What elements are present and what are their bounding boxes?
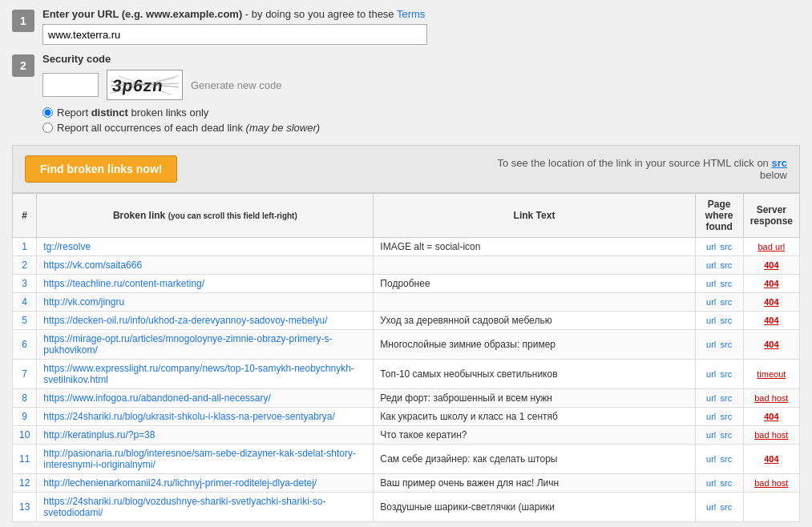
row-num-link[interactable]: 13	[19, 501, 30, 513]
row-url-link[interactable]: https://teachline.ru/content-marketing/	[43, 278, 204, 289]
row-url-cell: https://mirage-opt.ru/articles/mnogoloyn…	[37, 330, 374, 360]
row-server-link[interactable]: 404	[764, 412, 778, 421]
row-server-link[interactable]: bad host	[754, 478, 788, 488]
row-num-link[interactable]: 4	[22, 296, 27, 308]
row-page-url-link[interactable]: url	[706, 454, 716, 464]
row-num-link[interactable]: 7	[22, 368, 27, 380]
row-page-url-link[interactable]: url	[706, 393, 716, 403]
row-num-link[interactable]: 3	[22, 278, 27, 289]
hint-text: To see the location of the link in your …	[497, 157, 787, 181]
row-url-link[interactable]: https://decken-oil.ru/info/ukhod-za-dere…	[43, 315, 327, 326]
row-url-link[interactable]: https://mirage-opt.ru/articles/mnogoloyn…	[43, 333, 332, 356]
radio-slower-note: (may be slower)	[246, 122, 320, 134]
row-page-cell: url src	[695, 275, 743, 293]
row-page-url-link[interactable]: url	[706, 478, 716, 488]
row-url-cell: https://teachline.ru/content-marketing/	[37, 275, 374, 293]
row-page-src-link[interactable]: src	[721, 297, 733, 307]
row-page-url-link[interactable]: url	[706, 369, 716, 379]
row-url-link[interactable]: https://vk.com/saita666	[43, 259, 142, 271]
row-server-link[interactable]: 404	[764, 260, 778, 270]
row-num-link[interactable]: 11	[19, 453, 30, 465]
url-input[interactable]	[42, 24, 427, 45]
table-row: 9https://24shariki.ru/blog/ukrasit-shkol…	[13, 408, 800, 426]
row-page-cell: url src	[695, 408, 743, 426]
table-row: 12http://lechenienarkomanii24.ru/lichnyj…	[13, 474, 800, 493]
row-page-src-link[interactable]: src	[721, 369, 733, 379]
radio-all[interactable]	[42, 123, 53, 133]
row-page-src-link[interactable]: src	[721, 502, 733, 512]
row-url-link[interactable]: http://pasionaria.ru/blog/interesnoe/sam…	[43, 448, 356, 470]
row-page-src-link[interactable]: src	[721, 340, 733, 349]
row-url-link[interactable]: https://www.infogoa.ru/abandoned-and-all…	[43, 392, 271, 404]
row-url-cell: http://keratinplus.ru/?p=38	[37, 426, 374, 445]
radio-distinct-label[interactable]: Report distinct broken links only	[57, 107, 208, 119]
row-page-src-link[interactable]: src	[721, 430, 733, 440]
row-num-link[interactable]: 8	[22, 392, 27, 404]
row-url-link[interactable]: https://24shariki.ru/blog/vozdushnye-sha…	[43, 496, 325, 518]
row-page-src-link[interactable]: src	[721, 393, 733, 403]
row-num-link[interactable]: 6	[22, 339, 27, 350]
row-server-link[interactable]: timeout	[757, 369, 786, 379]
row-num-link[interactable]: 10	[19, 429, 30, 441]
row-page-url-link[interactable]: url	[706, 430, 716, 440]
row-server-link[interactable]: bad host	[754, 430, 788, 440]
terms-link[interactable]: Terms	[397, 8, 425, 20]
row-page-cell: url src	[695, 238, 743, 256]
row-page-src-link[interactable]: src	[721, 260, 733, 270]
row-url-link[interactable]: http://lechenienarkomanii24.ru/lichnyj-p…	[43, 477, 317, 489]
th-page-where: Page where found	[695, 194, 743, 238]
row-num-link[interactable]: 5	[22, 315, 27, 326]
row-page-src-link[interactable]: src	[721, 454, 733, 464]
row-page-src-link[interactable]: src	[721, 478, 733, 488]
table-body: 1tg://resolveIMAGE alt = social-iconurl …	[13, 238, 800, 522]
row-server-link[interactable]: 404	[764, 454, 778, 464]
th-broken-sub: (you can scroll this field left-right)	[168, 211, 297, 220]
row-server-link[interactable]: bad url	[758, 242, 786, 251]
row-page-src-link[interactable]: src	[721, 279, 733, 288]
row-linktext-cell: IMAGE alt = social-icon	[374, 238, 695, 256]
row-url-link[interactable]: https://www.expresslight.ru/company/news…	[43, 363, 354, 385]
row-num-cell: 4	[13, 293, 37, 312]
row-server-link[interactable]: 404	[764, 297, 778, 307]
src-hint-link[interactable]: src	[771, 157, 787, 169]
row-num-link[interactable]: 1	[22, 241, 27, 252]
row-url-link[interactable]: https://24shariki.ru/blog/ukrasit-shkolu…	[43, 411, 335, 422]
captcha-input[interactable]	[42, 73, 99, 97]
radio-all-label[interactable]: Report all occurrences of each dead link…	[57, 122, 320, 134]
table-row: 2https://vk.com/saita666url src404	[13, 256, 800, 275]
row-page-url-link[interactable]: url	[706, 502, 716, 512]
step-1-row: 1 Enter your URL (e.g. www.example.com) …	[12, 8, 800, 45]
row-server-link[interactable]: 404	[764, 340, 778, 349]
row-page-url-link[interactable]: url	[706, 279, 716, 288]
row-server-cell: bad host	[743, 426, 799, 445]
row-num-link[interactable]: 9	[22, 411, 27, 422]
row-url-link[interactable]: http://keratinplus.ru/?p=38	[43, 429, 155, 441]
row-server-link[interactable]: bad host	[754, 393, 788, 403]
row-linktext-cell: Реди форт: заброшенный и всем нужн	[374, 389, 695, 408]
row-linktext-cell: Подробнее	[374, 275, 695, 293]
row-server-link[interactable]: 404	[764, 316, 778, 325]
row-page-src-link[interactable]: src	[721, 316, 733, 325]
row-page-cell: url src	[695, 474, 743, 493]
row-page-src-link[interactable]: src	[721, 242, 733, 251]
generate-new-code-link[interactable]: Generate new code	[191, 79, 281, 91]
row-num-link[interactable]: 12	[19, 477, 30, 489]
row-page-src-link[interactable]: src	[721, 412, 733, 421]
row-page-url-link[interactable]: url	[706, 412, 716, 421]
table-row: 10http://keratinplus.ru/?p=38Что такое к…	[13, 426, 800, 445]
row-page-url-link[interactable]: url	[706, 316, 716, 325]
th-broken-label: Broken link	[113, 210, 165, 221]
row-url-link[interactable]: http://vk.com/jingru	[43, 296, 124, 308]
find-broken-links-button[interactable]: Find broken links now!	[25, 155, 177, 183]
row-page-url-link[interactable]: url	[706, 297, 716, 307]
row-url-link[interactable]: tg://resolve	[43, 241, 91, 252]
row-page-url-link[interactable]: url	[706, 260, 716, 270]
row-page-url-link[interactable]: url	[706, 340, 716, 349]
table-row: 8https://www.infogoa.ru/abandoned-and-al…	[13, 389, 800, 408]
row-linktext-cell: Как украсить школу и класс на 1 сентяб	[374, 408, 695, 426]
radio-distinct[interactable]	[42, 107, 53, 118]
row-num-link[interactable]: 2	[22, 259, 27, 271]
row-num-cell: 10	[13, 426, 37, 445]
row-page-url-link[interactable]: url	[706, 242, 716, 251]
row-server-link[interactable]: 404	[764, 279, 778, 288]
